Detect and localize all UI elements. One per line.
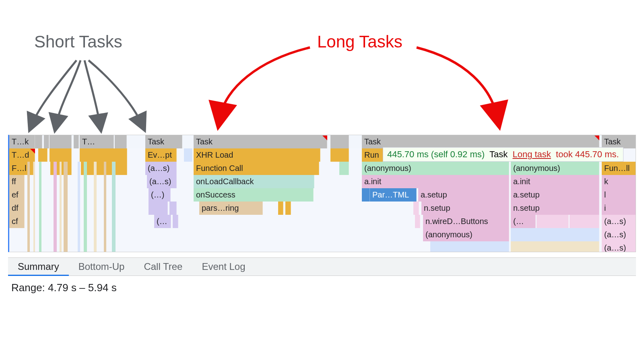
tab-event-log[interactable]: Event Log — [192, 257, 255, 276]
tab-summary[interactable]: Summary — [8, 257, 69, 276]
call-block[interactable]: k — [602, 175, 636, 188]
task-block[interactable]: Task — [602, 135, 636, 148]
call-block[interactable]: l — [602, 188, 636, 202]
long-tasks-label: Long Tasks — [317, 32, 402, 51]
call-block[interactable]: Fun…ll — [602, 162, 636, 175]
tab-call-tree[interactable]: Call Tree — [134, 257, 192, 276]
tooltip-long-task-link[interactable]: Long task — [512, 149, 551, 159]
task-tooltip: 445.70 ms (self 0.92 ms) Task Long task … — [383, 147, 623, 162]
call-block[interactable]: i — [602, 202, 636, 215]
short-tasks-label: Short Tasks — [34, 32, 122, 51]
details-tabs: Summary Bottom-Up Call Tree Event Log — [8, 257, 636, 276]
tooltip-duration: 445.70 ms (self 0.92 ms) — [387, 149, 485, 159]
call-block[interactable]: (a…s) — [602, 215, 636, 228]
tooltip-type: Task — [489, 149, 508, 159]
flame-chart[interactable]: T…k T… T…d F…l ff ef d — [8, 135, 636, 252]
range-label: Range: 4.79 s – 5.94 s — [11, 282, 117, 294]
annotation-arrows — [0, 0, 644, 137]
call-block[interactable]: Run — [362, 148, 384, 162]
tab-bottom-up[interactable]: Bottom-Up — [69, 257, 134, 276]
call-block[interactable]: (a…s) — [602, 228, 636, 241]
call-block[interactable]: (a…s) — [602, 241, 636, 252]
